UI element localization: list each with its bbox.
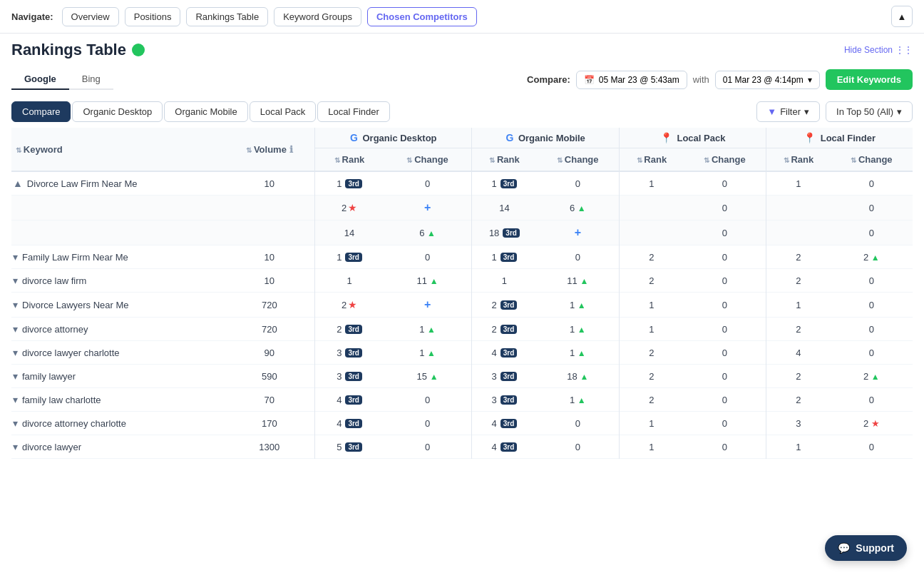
om-rank-cell: 2 3rd <box>472 293 537 318</box>
section-header-organic-desktop: G Organic Desktop <box>315 128 472 148</box>
collapse-icon[interactable]: ▾ <box>13 394 18 405</box>
table-row: ▾ divorce lawyer charlotte 90 3 3rd 1 ▲ … <box>11 341 913 365</box>
lf-change-cell: 0 <box>831 388 913 412</box>
filter-group: ▼ Filter ▾ In Top 50 (All) ▾ <box>756 101 913 122</box>
status-green-dot <box>132 44 145 56</box>
collapse-icon[interactable]: ▾ <box>13 347 18 358</box>
keyword-cell: ▲ Divorce Law Firm Near Me <box>11 171 224 196</box>
table-subrow: 2 ★ + 14 6 ▲ 0 0 <box>11 196 913 220</box>
od-change-cell: + <box>384 293 472 318</box>
lp-change-cell: 0 <box>684 245 766 269</box>
nav-chosen-competitors[interactable]: Chosen Competitors <box>367 7 477 26</box>
col-header-om-change[interactable]: ⇅ Change <box>537 148 620 172</box>
od-rank-cell: 3 3rd <box>315 341 384 365</box>
edit-keywords-button[interactable]: Edit Keywords <box>826 69 913 90</box>
keyword-cell: ▾ divorce lawyer <box>11 435 224 459</box>
keyword-cell: ▾ Divorce Lawyers Near Me <box>11 293 224 318</box>
od-change-cell: 1 ▲ <box>384 318 472 341</box>
compare-date2-button[interactable]: 01 Mar 23 @ 4:14pm ▾ <box>715 71 820 89</box>
volume-cell: 90 <box>224 341 314 365</box>
lf-rank-cell: 2 <box>766 365 831 388</box>
col-header-od-change[interactable]: ⇅ Change <box>384 148 472 172</box>
col-header-lf-rank[interactable]: ⇅ Rank <box>766 148 831 172</box>
keyword-text: family lawyer <box>22 371 76 382</box>
nav-positions[interactable]: Positions <box>125 7 181 26</box>
tab-bing[interactable]: Bing <box>69 69 113 90</box>
col-header-lp-change[interactable]: ⇅ Change <box>684 148 766 172</box>
maps-icon-lf: 📍 <box>804 132 816 143</box>
nav-rankings-table[interactable]: Rankings Table <box>186 7 268 26</box>
od-rank-cell: 4 3rd <box>315 388 384 412</box>
lf-change-cell: 0 <box>831 435 913 459</box>
col-header-lf-change[interactable]: ⇅ Change <box>831 148 913 172</box>
maps-icon-lp: 📍 <box>660 132 672 143</box>
om-change-cell: 0 <box>537 171 620 196</box>
om-change-cell: 1 ▲ <box>537 318 620 341</box>
tab-organic-desktop[interactable]: Organic Desktop <box>72 101 163 122</box>
filter-button[interactable]: ▼ Filter ▾ <box>756 101 820 122</box>
hide-section-button[interactable]: Hide Section ⋮⋮ <box>844 45 913 55</box>
volume-cell: 10 <box>224 171 314 196</box>
tab-local-pack[interactable]: Local Pack <box>250 101 317 122</box>
nav-overview[interactable]: Overview <box>62 7 119 26</box>
collapse-icon[interactable]: ▾ <box>13 299 18 310</box>
om-rank-cell: 4 3rd <box>472 435 537 459</box>
collapse-icon[interactable]: ▾ <box>13 370 18 382</box>
om-rank-cell: 2 3rd <box>472 318 537 341</box>
keyword-cell: ▾ divorce lawyer charlotte <box>11 341 224 365</box>
tab-google[interactable]: Google <box>11 69 69 90</box>
collapse-icon[interactable]: ▾ <box>13 275 18 286</box>
page-title: Rankings Table <box>11 41 145 59</box>
collapse-nav-button[interactable]: ▲ <box>891 6 913 27</box>
col-header-keyword[interactable]: ⇅ Keyword <box>11 128 224 171</box>
section-header-local-finder: 📍 Local Finder <box>766 128 913 148</box>
tab-compare[interactable]: Compare <box>11 101 71 122</box>
col-header-volume[interactable]: ⇅ Volume ℹ <box>224 128 314 171</box>
lp-change-cell: 0 <box>684 318 766 341</box>
col-header-od-rank[interactable]: ⇅ Rank <box>315 148 384 172</box>
od-rank-cell: 1 <box>315 269 384 293</box>
lp-change-cell: 0 <box>684 412 766 435</box>
collapse-icon[interactable]: ▲ <box>13 178 23 189</box>
om-change-cell: 0 <box>537 435 620 459</box>
om-rank-cell: 3 3rd <box>472 388 537 412</box>
lf-rank-cell: 4 <box>766 341 831 365</box>
od-change-cell: 1 ▲ <box>384 341 472 365</box>
table-row: ▾ family law charlotte 70 4 3rd 0 3 3rd … <box>11 388 913 412</box>
tab-local-finder[interactable]: Local Finder <box>317 101 390 122</box>
collapse-icon[interactable]: ▾ <box>13 251 18 263</box>
table-row: ▾ divorce law firm 10 1 11 ▲ 1 11 ▲ 2 0 … <box>11 269 913 293</box>
volume-cell: 170 <box>224 412 314 435</box>
tab-organic-mobile[interactable]: Organic Mobile <box>164 101 247 122</box>
collapse-icon[interactable]: ▾ <box>13 323 18 335</box>
lf-change-cell: 0 <box>831 269 913 293</box>
collapse-icon[interactable]: ▾ <box>13 417 18 429</box>
lp-rank-cell: 2 <box>620 245 684 269</box>
col-header-om-rank[interactable]: ⇅ Rank <box>472 148 537 172</box>
lp-change-cell: 0 <box>684 365 766 388</box>
od-rank-cell: 1 3rd <box>315 245 384 269</box>
lf-change-cell: 2 ▲ <box>831 245 913 269</box>
nav-bar: Navigate: Overview Positions Rankings Ta… <box>0 0 924 34</box>
lf-change-cell: 0 <box>831 318 913 341</box>
om-change-cell: 18 ▲ <box>537 365 620 388</box>
collapse-icon[interactable]: ▾ <box>13 441 18 452</box>
col-header-lp-rank[interactable]: ⇅ Rank <box>620 148 684 172</box>
chevron-down-icon: ▾ <box>808 75 812 85</box>
compare-date1-button[interactable]: 📅 05 Mar 23 @ 5:43am <box>576 71 687 89</box>
compare-with-label: with <box>693 74 709 85</box>
od-change-cell: 0 <box>384 435 472 459</box>
lp-change-cell: 0 <box>684 293 766 318</box>
od-change-cell: 0 <box>384 388 472 412</box>
table-row: ▾ divorce attorney charlotte 170 4 3rd 0… <box>11 412 913 435</box>
page-header: Rankings Table Hide Section ⋮⋮ <box>0 34 924 64</box>
lf-rank-cell: 3 <box>766 412 831 435</box>
nav-keyword-groups[interactable]: Keyword Groups <box>274 7 361 26</box>
volume-cell: 10 <box>224 269 314 293</box>
lp-change-cell: 0 <box>684 388 766 412</box>
lf-rank-cell: 1 <box>766 171 831 196</box>
chevron-up-icon: ▲ <box>898 11 907 22</box>
volume-cell: 1300 <box>224 435 314 459</box>
od-change-cell: 0 <box>384 412 472 435</box>
top50-filter-button[interactable]: In Top 50 (All) ▾ <box>826 101 913 122</box>
